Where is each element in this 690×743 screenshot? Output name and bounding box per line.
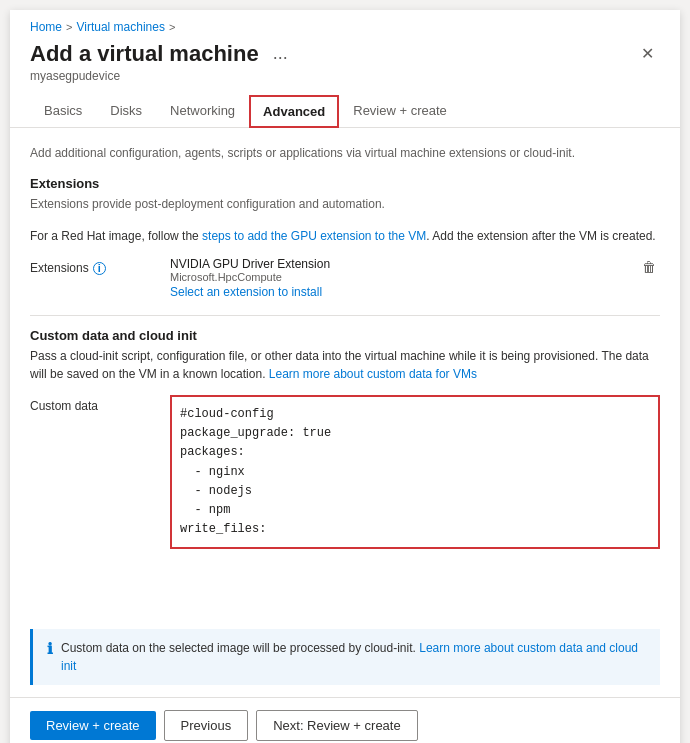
title-row: Add a virtual machine ... ✕ [10, 38, 680, 69]
gpu-extension-link[interactable]: steps to add the GPU extension to the VM [202, 229, 426, 243]
custom-data-section: Custom data and cloud init Pass a cloud-… [30, 328, 660, 549]
breadcrumb: Home > Virtual machines > [10, 10, 680, 38]
content: Add additional configuration, agents, sc… [10, 128, 680, 629]
custom-data-input[interactable]: #cloud-config package_upgrade: true pack… [170, 395, 660, 549]
learn-more-custom-data-link[interactable]: Learn more about custom data for VMs [269, 367, 477, 381]
breadcrumb-sep1: > [66, 21, 72, 33]
tab-basics[interactable]: Basics [30, 95, 96, 128]
info-before: For a Red Hat image, follow the [30, 229, 202, 243]
review-create-button[interactable]: Review + create [30, 711, 156, 740]
delete-extension-button[interactable]: 🗑 [638, 257, 660, 277]
custom-data-label: Custom data [30, 395, 160, 413]
tab-description: Add additional configuration, agents, sc… [30, 144, 660, 162]
custom-data-title: Custom data and cloud init [30, 328, 660, 343]
page-title: Add a virtual machine [30, 41, 259, 67]
breadcrumb-home[interactable]: Home [30, 20, 62, 34]
info-after: . Add the extension after the VM is crea… [426, 229, 655, 243]
tab-disks[interactable]: Disks [96, 95, 156, 128]
tabs: Basics Disks Networking Advanced Review … [10, 95, 680, 128]
extension-sub: Microsoft.HpcCompute [170, 271, 628, 283]
extensions-description: Extensions provide post-deployment confi… [30, 195, 660, 213]
divider [30, 315, 660, 316]
extensions-field-row: Extensions i NVIDIA GPU Driver Extension… [30, 257, 660, 299]
extension-value: NVIDIA GPU Driver Extension Microsoft.Hp… [170, 257, 628, 299]
previous-button[interactable]: Previous [164, 710, 249, 741]
extensions-info-icon[interactable]: i [93, 262, 106, 275]
footer: Review + create Previous Next: Review + … [10, 697, 680, 743]
breadcrumb-sep2: > [169, 21, 175, 33]
custom-data-description: Pass a cloud-init script, configuration … [30, 347, 660, 383]
tab-advanced[interactable]: Advanced [249, 95, 339, 128]
info-banner-text: Custom data on the selected image will b… [61, 639, 646, 675]
extensions-title: Extensions [30, 176, 660, 191]
tab-networking[interactable]: Networking [156, 95, 249, 128]
title-left: Add a virtual machine ... [30, 41, 294, 67]
info-banner: ℹ Custom data on the selected image will… [30, 629, 660, 685]
extensions-label: Extensions i [30, 257, 160, 275]
extensions-section: Extensions Extensions provide post-deplo… [30, 176, 660, 299]
custom-data-field-row: Custom data #cloud-config package_upgrad… [30, 395, 660, 549]
ellipsis-button[interactable]: ... [267, 41, 294, 66]
tab-review-create[interactable]: Review + create [339, 95, 461, 128]
extension-name: NVIDIA GPU Driver Extension [170, 257, 628, 271]
extensions-info: For a Red Hat image, follow the steps to… [30, 227, 660, 245]
close-button[interactable]: ✕ [635, 40, 660, 67]
breadcrumb-virtual-machines[interactable]: Virtual machines [76, 20, 165, 34]
panel: Home > Virtual machines > Add a virtual … [10, 10, 680, 743]
next-button[interactable]: Next: Review + create [256, 710, 418, 741]
select-extension-link[interactable]: Select an extension to install [170, 285, 628, 299]
info-banner-icon: ℹ [47, 640, 53, 658]
subtitle: myasegpudevice [10, 69, 680, 91]
